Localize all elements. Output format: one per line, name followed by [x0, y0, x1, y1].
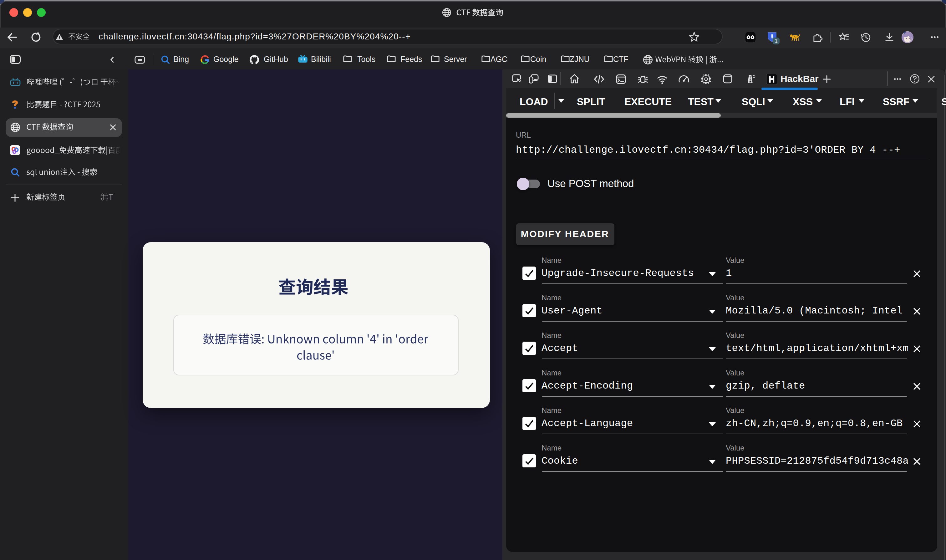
svg-text:1: 1 [775, 38, 778, 44]
